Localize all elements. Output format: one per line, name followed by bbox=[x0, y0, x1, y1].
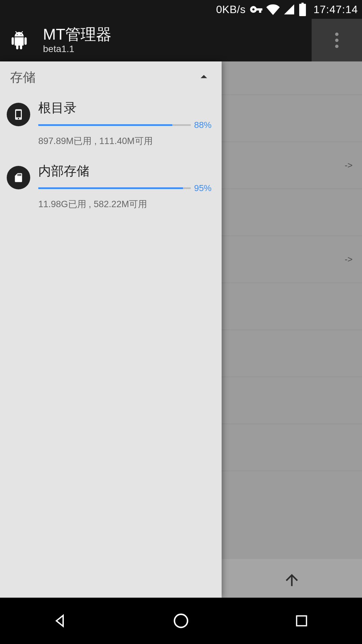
list-row bbox=[222, 61, 362, 95]
app-bar: MT管理器 beta1.1 bbox=[0, 19, 362, 61]
wifi-icon bbox=[266, 3, 280, 16]
recent-apps-button[interactable] bbox=[271, 598, 332, 644]
storage-detail: 897.89M已用 , 111.40M可用 bbox=[38, 135, 212, 147]
scroll-up-button[interactable] bbox=[222, 559, 362, 598]
overflow-menu-button[interactable] bbox=[312, 19, 362, 61]
storage-section-label: 存储 bbox=[10, 69, 36, 86]
arrow-up-icon bbox=[283, 569, 301, 588]
home-icon bbox=[172, 612, 190, 630]
symlink-arrow: -> bbox=[345, 160, 353, 171]
symlink-arrow: -> bbox=[345, 254, 353, 265]
android-icon bbox=[10, 31, 28, 49]
list-row bbox=[222, 424, 362, 471]
cell-signal-icon bbox=[283, 3, 295, 15]
more-vert-icon bbox=[335, 33, 338, 48]
network-speed: 0KB/s bbox=[216, 3, 246, 16]
vpn-key-icon bbox=[250, 3, 263, 16]
list-row: -> bbox=[222, 142, 362, 189]
storage-section-header[interactable]: 存储 bbox=[0, 61, 222, 93]
navigation-drawer: 存储 根目录 88% 897.89M已用 , 111.40M可用 bbox=[0, 61, 222, 598]
storage-percent: 95% bbox=[194, 183, 212, 193]
back-icon bbox=[52, 613, 69, 629]
storage-progress-bar bbox=[38, 187, 191, 189]
storage-progress-bar bbox=[38, 124, 191, 126]
home-button[interactable] bbox=[151, 598, 211, 644]
app-subtitle: beta1.1 bbox=[43, 44, 339, 54]
battery-icon bbox=[299, 3, 307, 16]
list-row bbox=[222, 283, 362, 330]
storage-item-root[interactable]: 根目录 88% 897.89M已用 , 111.40M可用 bbox=[0, 93, 222, 156]
system-nav-bar bbox=[0, 598, 362, 644]
app-titles: MT管理器 beta1.1 bbox=[43, 26, 339, 54]
chevron-up-icon bbox=[196, 69, 212, 86]
dimmed-file-list: -> -> bbox=[222, 61, 362, 598]
list-row bbox=[222, 189, 362, 236]
storage-name: 内部存储 bbox=[38, 163, 212, 180]
phone-icon bbox=[7, 103, 30, 126]
list-row bbox=[222, 95, 362, 142]
svg-rect-1 bbox=[297, 616, 307, 626]
svg-point-0 bbox=[174, 614, 187, 628]
sd-card-icon bbox=[7, 166, 30, 189]
square-icon bbox=[294, 613, 309, 628]
storage-name: 根目录 bbox=[38, 99, 212, 117]
clock: 17:47:14 bbox=[313, 3, 358, 16]
status-icons bbox=[250, 3, 307, 16]
status-bar: 0KB/s 17:47:14 bbox=[0, 0, 362, 19]
storage-item-internal[interactable]: 内部存储 95% 11.98G已用 , 582.22M可用 bbox=[0, 156, 222, 220]
storage-percent: 88% bbox=[194, 120, 212, 130]
app-title: MT管理器 bbox=[43, 26, 339, 43]
list-row bbox=[222, 377, 362, 424]
list-row bbox=[222, 330, 362, 377]
storage-detail: 11.98G已用 , 582.22M可用 bbox=[38, 198, 212, 210]
list-row: -> bbox=[222, 236, 362, 283]
back-button[interactable] bbox=[30, 598, 91, 644]
